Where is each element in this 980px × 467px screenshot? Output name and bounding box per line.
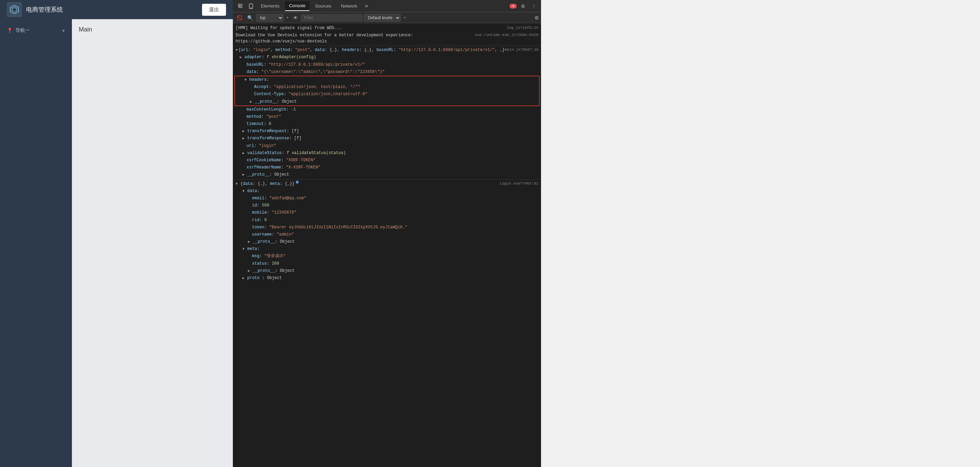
field-xsrfcookiename: xsrfCookieName: "XSRF-TOKEN" xyxy=(233,157,541,164)
app-logo xyxy=(7,2,22,17)
tab-console[interactable]: Console xyxy=(285,1,310,11)
app-header: 电商管理系统 退出 xyxy=(0,0,233,19)
login-field-data-proto: __proto__: Object xyxy=(233,238,541,246)
console-line-vue1: Download the Vue Devtools extension for … xyxy=(233,32,541,45)
headers-arrow[interactable] xyxy=(245,77,248,83)
console-settings-btn[interactable]: ⚙ xyxy=(535,15,539,21)
main-content: Main xyxy=(72,19,233,467)
login-meta-arrow[interactable] xyxy=(242,246,247,253)
app-title: 电商管理系统 xyxy=(26,5,63,14)
devtools-tabs: Elements Console Sources Network » 4 ⚙ ⋮ xyxy=(233,0,541,12)
login-field-rid: rid: 0 xyxy=(233,217,541,224)
login-data-proto-arrow[interactable] xyxy=(248,239,252,245)
login-tree-root: {data: {…}, meta: {…}} Login.vue?7463:81 xyxy=(233,180,541,187)
field-timeout: timeout: 0 xyxy=(233,121,541,128)
tab-elements[interactable]: Elements xyxy=(257,2,283,11)
location-icon: 📍 xyxy=(7,28,13,33)
vue-source[interactable]: vue.runtime.esm.js?2b0e:8429 xyxy=(475,32,538,38)
login-meta-proto-arrow[interactable] xyxy=(248,268,252,274)
login-proto-arrow[interactable] xyxy=(242,275,247,281)
sidebar: 📍 导航一 ∨ xyxy=(0,19,72,467)
field-root-proto: __proto__: Object xyxy=(233,171,541,178)
header-left: 电商管理系统 xyxy=(7,2,63,17)
login-field-msg: msg: "登录成功" xyxy=(233,253,541,260)
svg-rect-3 xyxy=(238,4,240,6)
main-expand-arrow[interactable] xyxy=(235,47,238,53)
transformresponse-arrow[interactable] xyxy=(242,135,247,142)
filter-toggle-btn[interactable]: 🔍 xyxy=(245,14,255,22)
devtools-panel: Elements Console Sources Network » 4 ⚙ ⋮… xyxy=(233,0,541,467)
transformrequest-arrow[interactable] xyxy=(242,128,247,135)
headers-highlighted-section: headers: Accept: "application/json, text… xyxy=(234,76,540,106)
login-field-data: data: xyxy=(233,187,541,195)
vue-devtools-text: Download the Vue Devtools extension for … xyxy=(235,32,413,44)
device-toggle-btn[interactable] xyxy=(247,2,255,10)
headers-proto-arrow[interactable] xyxy=(250,98,254,105)
sidebar-item-nav1[interactable]: 📍 导航一 ∨ xyxy=(0,22,72,38)
adapter-arrow[interactable] xyxy=(240,54,244,60)
field-headers: headers: xyxy=(235,76,539,84)
settings-icon[interactable]: ⚙ xyxy=(519,2,527,10)
logout-button[interactable]: 退出 xyxy=(202,4,226,16)
login-field-status: status: 200 xyxy=(233,260,541,267)
field-headers-proto: __proto__: Object xyxy=(235,98,539,105)
field-validatestatus: validateStatus: f validateStatus(status) xyxy=(233,149,541,157)
console-line-hmr: [HMR] Waiting for update signal from WDS… xyxy=(233,25,541,32)
field-maxcontent: maxContentLength: -1 xyxy=(233,106,541,113)
main-tree-preview: {url: "login", method: "post", data: {…}… xyxy=(238,47,505,53)
main-source[interactable]: main.js?56d7:16 xyxy=(505,47,539,53)
login-field-id: id: 500 xyxy=(233,202,541,209)
app-body: 📍 导航一 ∨ Main xyxy=(0,19,233,467)
inspect-element-btn[interactable] xyxy=(235,2,245,10)
login-field-meta-proto: __proto__: Object xyxy=(233,267,541,275)
more-tabs-icon[interactable]: » xyxy=(363,3,370,9)
levels-select[interactable]: Default levels xyxy=(364,14,401,22)
field-adapter: adapter: f xhrAdapter(config) xyxy=(233,54,541,61)
hmr-source[interactable]: log.js?1afd:24 xyxy=(507,25,538,31)
main-title: Main xyxy=(79,26,92,33)
console-output[interactable]: [HMR] Waiting for update signal from WDS… xyxy=(233,23,541,467)
devtools-toolbar: 🚫 🔍 top ▾ 👁 Default levels ▾ ⚙ xyxy=(233,12,541,23)
login-field-mobile: mobile: "12345678" xyxy=(233,209,541,216)
tab-sources[interactable]: Sources xyxy=(311,2,336,11)
login-field-token: token: "Bearer eyJhbGci0iJIUzI1NiIsInR5c… xyxy=(233,224,541,231)
login-tree-preview: {data: {…}, meta: {…}} xyxy=(240,181,294,187)
field-data: data: "{\"username\":\"admin\",\"passwor… xyxy=(233,68,541,76)
chevron-down-icon: ∨ xyxy=(62,28,65,33)
filter-input[interactable] xyxy=(301,14,363,21)
sidebar-item-left: 📍 导航一 xyxy=(7,27,30,33)
root-proto-arrow[interactable] xyxy=(242,172,247,178)
field-baseurl: baseURL: "http://127.0.0.1:8888/api/priv… xyxy=(233,61,541,68)
tab-network[interactable]: Network xyxy=(337,2,361,11)
field-xsrfheadername: xsrfHeaderName: "X-XSRF-TOKEN" xyxy=(233,164,541,171)
login-field-email: email: "adsfad@qq.com" xyxy=(233,195,541,202)
context-select[interactable]: top xyxy=(256,14,283,22)
field-method: method: "post" xyxy=(233,113,541,121)
login-source[interactable]: Login.vue?7463:81 xyxy=(500,181,538,187)
login-field-proto: proto : Object xyxy=(233,275,541,282)
field-content-type: Content-Type: "application/json;charset=… xyxy=(235,91,539,98)
field-accept: Accept: "application/json, text/plain, *… xyxy=(235,84,539,91)
login-data-arrow[interactable] xyxy=(242,188,247,194)
login-field-meta: meta: xyxy=(233,246,541,253)
login-expand-arrow[interactable] xyxy=(235,181,240,187)
dropdown-arrow: ▾ xyxy=(285,15,290,20)
main-tree-root: {url: "login", method: "post", data: {…}… xyxy=(233,46,541,54)
blue-dot xyxy=(296,181,299,184)
sidebar-item-label: 导航一 xyxy=(16,27,30,33)
field-transformrequest: transformRequest: [f] xyxy=(233,128,541,135)
login-field-username: username: "admin" xyxy=(233,231,541,238)
more-options-icon[interactable]: ⋮ xyxy=(530,2,538,10)
hmr-text: [HMR] Waiting for update signal from WDS… xyxy=(235,25,342,32)
error-badge: 4 xyxy=(509,4,517,9)
devtools-tab-right: 4 ⚙ ⋮ xyxy=(509,2,538,10)
field-transformresponse: transformResponse: [f] xyxy=(233,135,541,142)
levels-arrow: ▾ xyxy=(402,15,407,20)
clear-console-btn[interactable]: 🚫 xyxy=(235,14,244,22)
eye-icon-btn[interactable]: 👁 xyxy=(291,14,300,22)
field-url: url: "login" xyxy=(233,143,541,149)
app-section: 电商管理系统 退出 📍 导航一 ∨ Main xyxy=(0,0,233,467)
validatestatus-arrow[interactable] xyxy=(242,150,247,156)
